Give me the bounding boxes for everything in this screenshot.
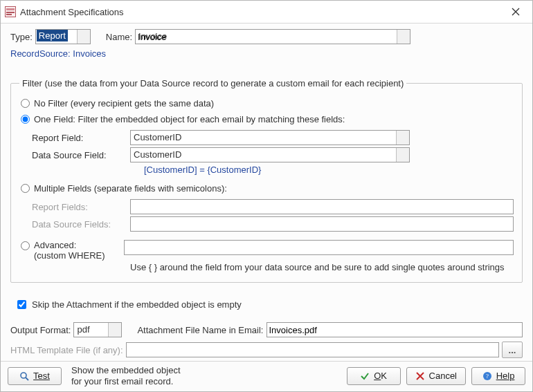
titlebar: Attachment Specifications	[1, 1, 532, 24]
test-hint: Show the embedded object for your first …	[71, 365, 181, 388]
filter-none-label: No Filter (every recipient gets the same…	[34, 98, 214, 109]
data-source-field-combo[interactable]: CustomerID ▾	[130, 147, 410, 162]
magnifier-icon	[19, 371, 29, 381]
filter-multi-option[interactable]: Multiple Fields (separate fields with se…	[19, 183, 514, 194]
content-area: Type: Report ▾ Name: Invoice Invoice ▾ R…	[1, 24, 532, 361]
footer-bar: Test Show the embedded object for your f…	[1, 361, 532, 392]
skip-attachment-checkbox[interactable]	[17, 300, 26, 309]
type-value-highlight: Report	[37, 30, 68, 41]
help-button[interactable]: ? Help	[471, 367, 525, 385]
svg-point-4	[21, 373, 26, 378]
match-expression: [CustomerID] = {CustomerID}	[144, 165, 514, 175]
filter-advanced-label: Advanced:	[34, 240, 124, 250]
output-row: Output Format: pdf ▾ Attachment File Nam…	[10, 322, 523, 337]
filter-advanced-sublabel: (custom WHERE)	[34, 250, 124, 261]
name-combo[interactable]: Invoice Invoice ▾	[135, 29, 410, 44]
help-button-label: Help	[496, 371, 515, 381]
svg-rect-3	[6, 14, 12, 15]
ok-button-label: K	[381, 371, 387, 381]
data-source-fields-row: Data Source Fields:	[32, 216, 514, 232]
advanced-where-input	[124, 240, 514, 255]
filter-advanced-option[interactable]: Advanced: (custom WHERE)	[19, 240, 514, 261]
data-source-field-label: Data Source Field:	[32, 150, 130, 160]
svg-rect-2	[6, 12, 15, 13]
attachment-filename-label: Attachment File Name in Email:	[137, 325, 263, 335]
report-field-row: Report Field: CustomerID ▾	[32, 130, 514, 145]
test-hint-line1: Show the embedded object	[71, 365, 181, 376]
app-icon	[5, 6, 16, 17]
filter-group: Filter (use the data from your Data Sour…	[10, 78, 523, 283]
svg-line-5	[26, 377, 28, 380]
filter-multi-label: Multiple Fields (separate fields with se…	[34, 183, 227, 194]
test-button[interactable]: Test	[8, 367, 62, 385]
close-button[interactable]	[503, 3, 528, 20]
window-title: Attachment Specifications	[20, 7, 503, 17]
x-icon	[415, 371, 425, 381]
output-format-label: Output Format:	[10, 325, 71, 335]
filter-legend: Filter (use the data from your Data Sour…	[19, 78, 406, 88]
filter-none-radio[interactable]	[21, 99, 30, 108]
cancel-button[interactable]: Cancel	[406, 367, 466, 385]
report-field-label: Report Field:	[32, 133, 130, 143]
test-button-label: Test	[33, 371, 50, 381]
data-source-fields-input	[130, 216, 514, 232]
skip-attachment-label: Skip the Attachment if the embedded obje…	[32, 299, 242, 310]
filter-advanced-radio[interactable]	[21, 241, 30, 250]
html-template-label: HTML Template File (if any):	[10, 345, 123, 355]
check-icon	[360, 371, 370, 381]
ellipsis-icon: ...	[509, 345, 516, 355]
html-template-input	[126, 342, 499, 357]
filter-one-option[interactable]: One Field: Filter the embedded object fo…	[19, 114, 514, 124]
report-fields-input	[130, 199, 514, 214]
svg-text:?: ?	[486, 373, 489, 380]
name-label: Name:	[106, 32, 132, 42]
type-label: Type:	[10, 32, 33, 42]
help-icon: ?	[482, 371, 492, 381]
filter-multi-radio[interactable]	[21, 184, 30, 193]
record-source-text: RecordSource: Invoices	[10, 48, 523, 59]
data-source-fields-label: Data Source Fields:	[32, 219, 130, 230]
skip-attachment-row[interactable]: Skip the Attachment if the embedded obje…	[15, 298, 523, 311]
ok-button[interactable]: OK	[347, 367, 401, 385]
browse-button[interactable]: ...	[502, 342, 523, 358]
output-format-combo[interactable]: pdf ▾	[73, 322, 122, 337]
svg-rect-1	[6, 8, 15, 10]
type-combo[interactable]: Report ▾	[35, 29, 91, 44]
type-name-row: Type: Report ▾ Name: Invoice Invoice ▾	[10, 29, 523, 44]
advanced-hint: Use { } around the field from your data …	[130, 262, 514, 272]
test-hint-line2: for your first email record.	[71, 376, 181, 387]
attachment-filename-input[interactable]	[266, 322, 523, 337]
report-field-combo[interactable]: CustomerID ▾	[130, 130, 410, 145]
filter-one-radio[interactable]	[21, 115, 30, 124]
html-template-row: HTML Template File (if any): ...	[10, 342, 523, 358]
cancel-button-label: Cancel	[429, 371, 457, 381]
filter-none-option[interactable]: No Filter (every recipient gets the same…	[19, 98, 514, 109]
report-fields-label: Report Fields:	[32, 202, 130, 212]
attachment-specifications-dialog: Attachment Specifications Type: Report ▾…	[0, 0, 533, 392]
filter-one-label: One Field: Filter the embedded object fo…	[34, 114, 345, 124]
data-source-field-row: Data Source Field: CustomerID ▾	[32, 147, 514, 162]
report-fields-row: Report Fields:	[32, 199, 514, 214]
close-icon	[512, 8, 520, 16]
